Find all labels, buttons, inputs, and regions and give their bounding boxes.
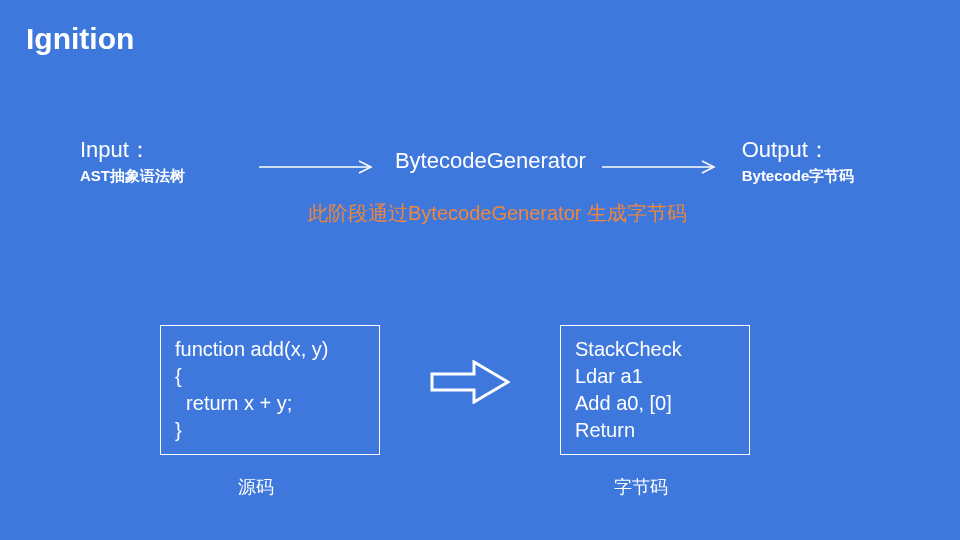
bytecode-box: StackCheck Ldar a1 Add a0, [0] Return <box>560 325 750 455</box>
output-sublabel: Bytecode字节码 <box>742 167 920 186</box>
arrow-icon <box>259 160 379 161</box>
input-sublabel: AST抽象语法树 <box>80 167 249 186</box>
output-block: Output： Bytecode字节码 <box>742 135 920 186</box>
slide-title: Ignition <box>26 22 134 56</box>
arrow-icon <box>602 160 722 161</box>
input-label: Input： <box>80 135 249 165</box>
bytecode-caption: 字节码 <box>614 475 668 499</box>
source-code-box: function add(x, y) { return x + y; } <box>160 325 380 455</box>
generator-label: BytecodeGenerator <box>389 148 592 174</box>
input-block: Input： AST抽象语法树 <box>80 135 249 186</box>
output-label: Output： <box>742 135 920 165</box>
big-arrow-icon <box>430 360 510 404</box>
stage-note: 此阶段通过BytecodeGenerator 生成字节码 <box>308 200 687 227</box>
flow-row: Input： AST抽象语法树 BytecodeGenerator Output… <box>80 135 920 186</box>
source-caption: 源码 <box>238 475 274 499</box>
